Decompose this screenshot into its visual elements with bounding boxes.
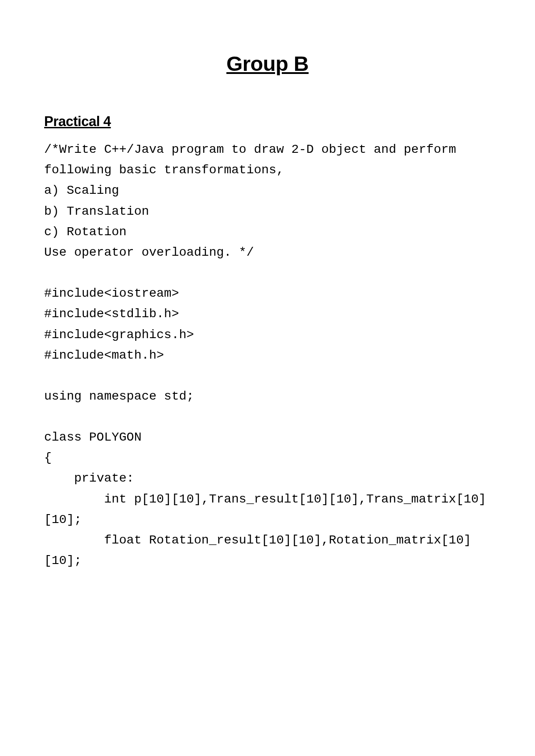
code-line: #include<iostream> <box>44 283 491 304</box>
code-line: Use operator overloading. */ <box>44 242 491 263</box>
code-line: float Rotation_result[10][10],Rotation_m… <box>44 530 491 571</box>
code-content: /*Write C++/Java program to draw 2-D obj… <box>44 139 491 571</box>
code-line: using namespace std; <box>44 386 491 407</box>
code-line: c) Rotation <box>44 222 491 242</box>
code-line: class POLYGON <box>44 427 491 448</box>
code-line: /*Write C++/Java program to draw 2-D obj… <box>44 139 491 180</box>
code-line: #include<math.h> <box>44 345 491 366</box>
code-line: b) Translation <box>44 201 491 222</box>
code-line: int p[10][10],Trans_result[10][10],Trans… <box>44 489 491 530</box>
code-line: #include<stdlib.h> <box>44 304 491 324</box>
section-heading: Practical 4 <box>44 114 491 130</box>
code-line: a) Scaling <box>44 180 491 201</box>
code-line: { <box>44 448 491 468</box>
document-title: Group B <box>44 51 491 76</box>
code-line: #include<graphics.h> <box>44 325 491 345</box>
code-line: private: <box>44 468 491 489</box>
